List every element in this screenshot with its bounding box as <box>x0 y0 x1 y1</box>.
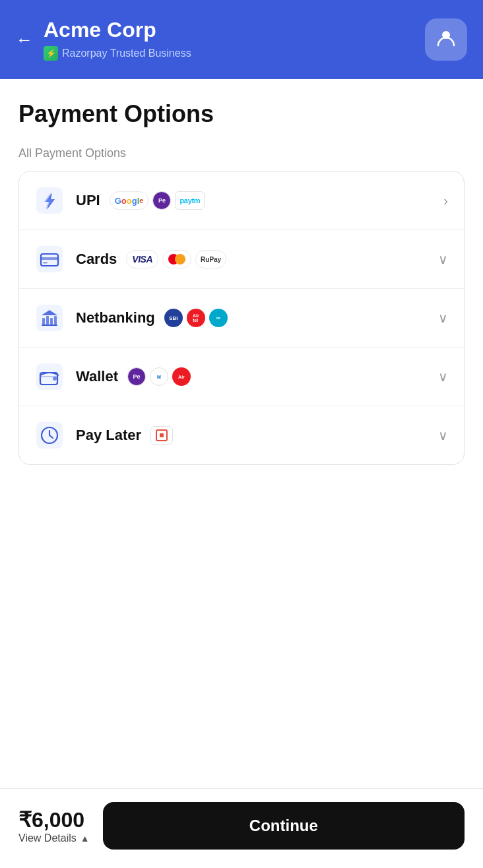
shield-icon: ⚡ <box>44 46 58 61</box>
chevron-up-icon: ▲ <box>80 833 90 844</box>
cards-label: Cards <box>76 251 117 268</box>
svg-rect-4 <box>41 257 58 260</box>
airtel-wallet-badge: Air <box>172 367 191 386</box>
trusted-text: Razorpay Trusted Business <box>62 47 191 59</box>
cards-row[interactable]: Cards VISA RuPay ∨ <box>19 230 464 289</box>
back-button[interactable]: ← <box>16 31 33 48</box>
upi-badges: Google Pe paytm <box>110 191 444 210</box>
gpay-badge: Google <box>110 191 149 210</box>
phone-container: ← Acme Corp ⚡ Razorpay Trusted Business … <box>0 0 483 868</box>
paylater-chevron: ∨ <box>438 427 448 443</box>
svg-rect-8 <box>46 316 49 325</box>
phonepe-badge: Pe <box>152 191 171 210</box>
svg-point-16 <box>53 377 57 381</box>
paylater-row[interactable]: Pay Later ∨ <box>19 406 464 464</box>
amount-display: ₹6,000 <box>18 807 90 832</box>
cards-badges: VISA RuPay <box>126 250 438 268</box>
wallet-label: Wallet <box>76 368 118 385</box>
svg-rect-6 <box>36 305 63 331</box>
upi-label: UPI <box>76 192 100 209</box>
mobikwik-badge: M <box>150 367 168 386</box>
merchant-name: Acme Corp <box>44 18 191 42</box>
svg-rect-10 <box>54 316 57 325</box>
svg-rect-5 <box>43 262 48 264</box>
airtel-bank-badge: Airtel <box>187 309 205 327</box>
wallet-badges: Pe M Air <box>127 367 438 386</box>
paylater-icon <box>35 421 64 450</box>
upi-icon <box>35 186 64 215</box>
payment-options-card: UPI Google Pe paytm › <box>18 171 465 465</box>
wallet-chevron: ∨ <box>438 369 448 385</box>
footer: ₹6,000 View Details ▲ Continue <box>0 788 483 868</box>
netbanking-badges: SBI Airtel ∞ <box>164 309 438 327</box>
user-icon <box>435 27 457 53</box>
header-title-block: Acme Corp ⚡ Razorpay Trusted Business <box>44 18 191 60</box>
rupay-badge: RuPay <box>195 250 226 268</box>
view-details-label: View Details <box>18 832 77 844</box>
visa-badge: VISA <box>126 250 158 268</box>
sbi-badge: SBI <box>164 309 183 327</box>
header: ← Acme Corp ⚡ Razorpay Trusted Business <box>0 0 483 79</box>
svg-rect-9 <box>50 318 53 325</box>
netbanking-chevron: ∨ <box>438 310 448 326</box>
paytm-badge: paytm <box>175 191 205 210</box>
header-left: ← Acme Corp ⚡ Razorpay Trusted Business <box>16 18 191 60</box>
page-title: Payment Options <box>18 100 465 128</box>
svg-rect-11 <box>42 325 57 326</box>
continue-button[interactable]: Continue <box>103 802 465 850</box>
upi-row[interactable]: UPI Google Pe paytm › <box>19 171 464 230</box>
loop-badge: ∞ <box>209 309 228 327</box>
section-label: All Payment Options <box>18 146 465 160</box>
paylater-label: Pay Later <box>76 427 141 444</box>
amount-block: ₹6,000 View Details ▲ <box>18 807 90 844</box>
wallet-row[interactable]: Wallet Pe M Air ∨ <box>19 348 464 406</box>
wallet-icon <box>35 362 64 391</box>
mastercard-badge <box>162 250 191 268</box>
cards-chevron: ∨ <box>438 251 448 267</box>
zest-badge <box>150 426 173 445</box>
netbanking-label: Netbanking <box>76 309 155 326</box>
cards-icon <box>35 245 64 274</box>
avatar-button[interactable] <box>425 18 467 61</box>
netbanking-row[interactable]: Netbanking SBI Airtel ∞ ∨ <box>19 289 464 348</box>
upi-chevron: › <box>443 193 448 208</box>
netbanking-icon <box>35 303 64 332</box>
phonepe-wallet-badge: Pe <box>127 367 146 386</box>
svg-rect-7 <box>42 318 45 325</box>
trusted-badge: ⚡ Razorpay Trusted Business <box>44 46 191 61</box>
main-content: Payment Options All Payment Options UPI <box>0 79 483 788</box>
paylater-badges <box>150 426 438 445</box>
view-details-button[interactable]: View Details ▲ <box>18 832 90 844</box>
